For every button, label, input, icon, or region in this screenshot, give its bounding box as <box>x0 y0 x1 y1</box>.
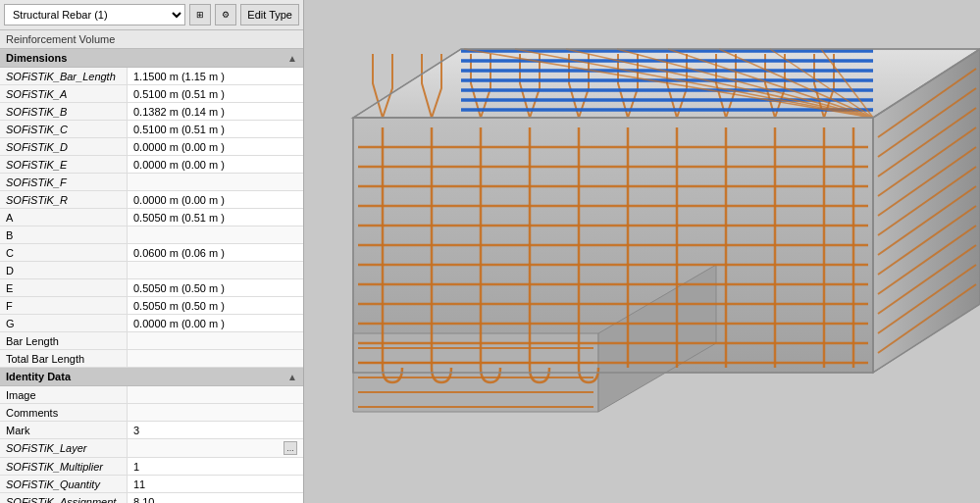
prop-value-cc: 0.0600 m (0.06 m ) <box>128 244 303 261</box>
prop-value-dd <box>128 262 303 278</box>
top-bar: Structural Rebar (1) ⊞ ⚙ Edit Type <box>0 0 303 30</box>
prop-name-total-bar-length: Total Bar Length <box>0 350 128 367</box>
table-row: SOFiSTiK_B 0.1382 m (0.14 m ) <box>0 103 303 121</box>
table-row: Mark 3 <box>0 422 303 439</box>
prop-name-f: SOFiSTiK_F <box>0 174 128 190</box>
left-panel: Structural Rebar (1) ⊞ ⚙ Edit Type Reinf… <box>0 0 304 503</box>
table-row: F 0.5050 m (0.50 m ) <box>0 297 303 315</box>
layer-edit-icon[interactable]: … <box>284 441 297 455</box>
prop-value-e: 0.0000 m (0.00 m ) <box>128 156 303 173</box>
table-row: G 0.0000 m (0.00 m ) <box>0 315 303 332</box>
table-row: Image <box>0 386 303 404</box>
prop-value-c: 0.5100 m (0.51 m ) <box>128 121 303 137</box>
settings-icon: ⚙ <box>222 10 230 20</box>
prop-value-aa: 0.5050 m (0.51 m ) <box>128 209 303 226</box>
identity-section-header[interactable]: Identity Data ▲ <box>0 368 303 386</box>
prop-name-quantity: SOFiSTiK_Quantity <box>0 476 128 492</box>
prop-value-comments <box>128 404 303 421</box>
right-panel <box>304 0 980 503</box>
structural-rebar-dropdown[interactable]: Structural Rebar (1) <box>4 4 185 25</box>
table-row: SOFiSTiK_F <box>0 174 303 191</box>
prop-value-image <box>128 386 303 403</box>
prop-name-multiplier: SOFiSTiK_Multiplier <box>0 458 128 475</box>
table-row: Bar Length <box>0 332 303 350</box>
table-row: E 0.5050 m (0.50 m ) <box>0 279 303 297</box>
dimensions-section-header[interactable]: Dimensions ▲ <box>0 49 303 68</box>
prop-name-aa: A <box>0 209 128 226</box>
prop-value-total-bar-length <box>128 350 303 367</box>
table-row: SOFiSTiK_C 0.5100 m (0.51 m ) <box>0 121 303 138</box>
table-row: Total Bar Length <box>0 350 303 368</box>
prop-name-mark: Mark <box>0 422 128 438</box>
prop-value-quantity: 11 <box>128 476 303 492</box>
table-row: C 0.0600 m (0.06 m ) <box>0 244 303 262</box>
grid-icon: ⊞ <box>196 10 204 20</box>
prop-name-d: SOFiSTiK_D <box>0 138 128 155</box>
prop-value-gg: 0.0000 m (0.00 m ) <box>128 315 303 331</box>
prop-value-layer: … <box>128 439 303 457</box>
prop-value-mark: 3 <box>128 422 303 438</box>
table-row: SOFiSTiK_R 0.0000 m (0.00 m ) <box>0 191 303 209</box>
table-row: SOFiSTiK_Quantity 11 <box>0 476 303 493</box>
prop-name-c: SOFiSTiK_C <box>0 121 128 137</box>
sub-header: Reinforcement Volume <box>0 30 303 49</box>
prop-name-dd: D <box>0 262 128 278</box>
prop-value-b: 0.1382 m (0.14 m ) <box>128 103 303 120</box>
identity-collapse-icon: ▲ <box>287 372 297 382</box>
prop-value-r: 0.0000 m (0.00 m ) <box>128 191 303 208</box>
table-row: SOFiSTiK_Multiplier 1 <box>0 458 303 476</box>
prop-name-ee: E <box>0 279 128 296</box>
prop-name-r: SOFiSTiK_R <box>0 191 128 208</box>
prop-name-e: SOFiSTiK_E <box>0 156 128 173</box>
prop-value-d: 0.0000 m (0.00 m ) <box>128 138 303 155</box>
prop-value-ee: 0.5050 m (0.50 m ) <box>128 279 303 296</box>
prop-name-assignment: SOFiSTiK_Assignment <box>0 493 128 503</box>
prop-name-image: Image <box>0 386 128 403</box>
prop-name-cc: C <box>0 244 128 261</box>
table-row: A 0.5050 m (0.51 m ) <box>0 209 303 226</box>
prop-name-ff: F <box>0 297 128 314</box>
table-row: SOFiSTiK_Layer … <box>0 439 303 458</box>
table-row: SOFiSTiK_A 0.5100 m (0.51 m ) <box>0 85 303 103</box>
table-row: SOFiSTiK_E 0.0000 m (0.00 m ) <box>0 156 303 174</box>
prop-value-assignment: 8.10 <box>128 493 303 503</box>
prop-value-f <box>128 174 303 190</box>
grid-icon-btn[interactable]: ⊞ <box>189 4 211 25</box>
prop-name-gg: G <box>0 315 128 331</box>
prop-name-layer: SOFiSTiK_Layer <box>0 439 128 457</box>
table-row: Comments <box>0 404 303 422</box>
identity-label: Identity Data <box>6 371 71 382</box>
prop-value-bb <box>128 226 303 243</box>
dimensions-collapse-icon: ▲ <box>287 53 297 64</box>
edit-type-button[interactable]: Edit Type <box>240 4 299 25</box>
prop-value-bar-length: 1.1500 m (1.15 m ) <box>128 68 303 84</box>
prop-value-multiplier: 1 <box>128 458 303 475</box>
table-row: D <box>0 262 303 279</box>
table-row: SOFiSTiK_Bar_Length 1.1500 m (1.15 m ) <box>0 68 303 85</box>
table-row: SOFiSTiK_D 0.0000 m (0.00 m ) <box>0 138 303 156</box>
settings-icon-btn[interactable]: ⚙ <box>215 4 236 25</box>
prop-name-bar-length2: Bar Length <box>0 332 128 349</box>
table-row: B <box>0 226 303 244</box>
prop-name-a: SOFiSTiK_A <box>0 85 128 102</box>
prop-value-ff: 0.5050 m (0.50 m ) <box>128 297 303 314</box>
prop-name-comments: Comments <box>0 404 128 421</box>
prop-name-b: SOFiSTiK_B <box>0 103 128 120</box>
viewport-3d[interactable] <box>304 0 980 503</box>
prop-value-bar-length2 <box>128 332 303 349</box>
prop-name-bb: B <box>0 226 128 243</box>
prop-value-a: 0.5100 m (0.51 m ) <box>128 85 303 102</box>
dimensions-label: Dimensions <box>6 52 67 64</box>
table-row: SOFiSTiK_Assignment 8.10 <box>0 493 303 503</box>
properties-table[interactable]: Dimensions ▲ SOFiSTiK_Bar_Length 1.1500 … <box>0 49 303 503</box>
prop-name-bar-length: SOFiSTiK_Bar_Length <box>0 68 128 84</box>
